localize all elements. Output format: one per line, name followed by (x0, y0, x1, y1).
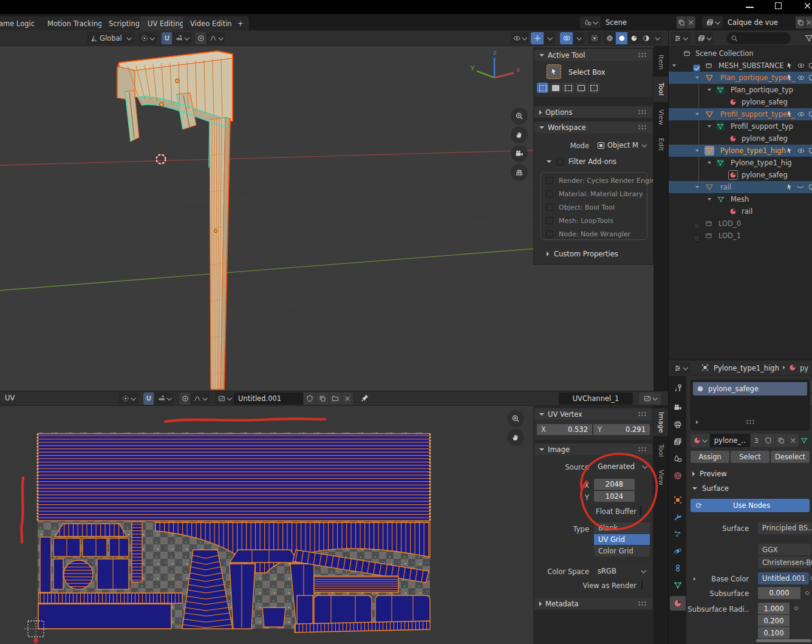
panel-drag-dots[interactable] (638, 601, 647, 606)
addon-row[interactable]: Mesh: LoopTools (541, 214, 647, 227)
tab-tool-properties[interactable] (670, 381, 686, 396)
panel-metadata-header[interactable]: Metadata (534, 598, 652, 609)
panel-workspace-header[interactable]: Workspace (534, 122, 652, 133)
overlays-toggle[interactable] (560, 32, 573, 44)
material-users-button[interactable]: 3 (751, 434, 762, 447)
assign-button[interactable]: Assign (691, 451, 729, 463)
panel-surface-header[interactable]: Surface (692, 484, 729, 493)
select-button[interactable]: Select (731, 451, 769, 463)
pivot-point-dropdown[interactable] (138, 32, 157, 44)
panel-custom-properties-header[interactable]: Custom Properties (547, 250, 618, 258)
image-pin-button[interactable] (361, 394, 369, 404)
tab-modifier-properties[interactable] (670, 510, 686, 524)
outliner-display-mode-dropdown[interactable] (670, 32, 691, 44)
tab-physics-properties[interactable] (670, 544, 686, 558)
outliner-row-profil-support[interactable]: Profil_support_type1_ (669, 108, 812, 120)
tab-tool[interactable]: Tool (653, 439, 668, 463)
outliner-row-scene-collection[interactable]: Scene Collection (669, 47, 812, 60)
outliner-row-material-active[interactable]: pylone_safeg (669, 169, 812, 181)
base-color-field[interactable]: Untitled.001 (758, 572, 809, 584)
outliner-row-pylone-mesh[interactable]: Pylone_type1_hig (669, 157, 812, 169)
select-mode-extend[interactable] (550, 83, 561, 93)
breadcrumb-object[interactable]: Pylone_type1_high (714, 364, 779, 372)
sss-method-dropdown[interactable]: Christensen-Bu.. (758, 557, 811, 568)
addon-checkbox[interactable] (546, 230, 553, 238)
outliner-row-plan-portique[interactable]: Plan_portique_type1_ (669, 72, 812, 84)
shading-dropdown[interactable] (652, 32, 662, 44)
screen-icon[interactable] (808, 74, 812, 81)
xray-toggle[interactable] (588, 32, 601, 44)
use-nodes-button[interactable]: Use Nodes (691, 499, 810, 512)
add-workspace-button[interactable]: + (232, 16, 249, 30)
eye-icon[interactable] (797, 74, 805, 81)
shading-wireframe-button[interactable] (604, 32, 615, 44)
outliner-row-material[interactable]: pylone_safeg (669, 132, 812, 145)
surface-shader-dropdown[interactable]: Principled BS.. (758, 522, 811, 534)
type-uv-grid-button[interactable]: UV Grid (594, 534, 650, 545)
disclosure-triangle-icon[interactable] (695, 186, 699, 188)
filter-addons-row[interactable]: Filter Add-ons (547, 157, 616, 166)
breadcrumb-material[interactable]: py (800, 364, 808, 372)
image-fake-user-button[interactable] (304, 392, 316, 405)
radius-field-b[interactable]: 0.100 (758, 627, 790, 639)
material-name-field[interactable]: pylone_.. (710, 434, 750, 447)
subsurface-field[interactable]: 0.000 (758, 587, 800, 599)
uv-menu[interactable]: UV (5, 394, 15, 402)
disclosure-triangle-icon[interactable] (695, 77, 699, 79)
disclosure-triangle-icon[interactable] (708, 198, 711, 200)
eye-icon[interactable] (797, 111, 805, 118)
tab-motion-tracking[interactable]: Motion Tracking (40, 16, 110, 30)
mode-dropdown[interactable]: Object M.. (594, 139, 649, 151)
scene-name-field[interactable]: Scene (601, 16, 676, 29)
gizmo-dropdown[interactable] (544, 32, 555, 44)
tab-edit[interactable]: Edit (653, 132, 668, 157)
show-object-types-dropdown[interactable] (510, 32, 528, 44)
addon-checkbox[interactable] (546, 177, 553, 184)
tab-output-properties[interactable] (670, 417, 686, 432)
distribution-dropdown[interactable]: GGX (758, 544, 811, 555)
size-y-field[interactable]: 1024 (594, 491, 635, 502)
screen-icon[interactable] (808, 147, 812, 154)
eye-icon[interactable] (797, 62, 805, 69)
panel-drag-dots[interactable] (638, 125, 647, 130)
uv-falloff-dropdown[interactable] (191, 392, 210, 405)
properties-editor-type-button[interactable] (670, 362, 691, 374)
addon-row[interactable]: Material: Material Library (541, 187, 647, 200)
filter-addons-checkbox[interactable] (556, 158, 564, 165)
proportional-falloff-dropdown[interactable] (206, 32, 225, 44)
disclosure-triangle-icon[interactable] (708, 125, 711, 128)
uv-channel-icon-dropdown[interactable] (639, 392, 661, 405)
panel-uv-vertex-header[interactable]: UV Vertex (534, 408, 652, 420)
tab-tool[interactable]: Tool (653, 77, 668, 102)
uv-snap-toggle[interactable] (143, 392, 154, 405)
selectable-pointer-icon[interactable] (786, 147, 793, 154)
uv-pivot-dropdown[interactable] (119, 392, 138, 405)
uv-proportional-toggle[interactable] (180, 392, 190, 405)
tab-scene-properties[interactable] (670, 451, 686, 466)
outliner-row-rail-material[interactable]: rail (669, 205, 812, 218)
selectable-pointer-icon[interactable] (786, 62, 793, 69)
disclosure-triangle-icon[interactable] (708, 89, 711, 91)
snap-toggle[interactable] (162, 32, 172, 44)
collection-checkbox[interactable] (693, 222, 700, 230)
radius-field-r[interactable]: 1.000 (758, 603, 790, 614)
transform-orientation-dropdown[interactable]: Global (87, 32, 134, 44)
panel-drag-dots[interactable] (638, 109, 647, 115)
snap-settings-dropdown[interactable] (172, 32, 191, 44)
tab-item[interactable]: Item (653, 50, 668, 75)
radius-field-g[interactable]: 0.200 (758, 615, 790, 626)
panel-drag-dots[interactable] (638, 411, 647, 417)
tab-constraint-properties[interactable] (670, 561, 686, 575)
horizontal-scrollbar[interactable] (756, 639, 811, 642)
panel-drag-dots[interactable] (638, 52, 647, 58)
disclosure-triangle-icon[interactable] (695, 113, 699, 115)
selectable-pointer-icon[interactable] (786, 183, 793, 191)
minimize-button[interactable] (746, 7, 754, 8)
tab-world-properties[interactable] (670, 468, 686, 483)
animate-dot[interactable] (805, 591, 809, 595)
select-mode-subtract[interactable] (562, 83, 574, 93)
source-dropdown[interactable]: Generated (594, 461, 650, 473)
maximize-button[interactable] (775, 2, 782, 9)
outliner-filter-button[interactable] (805, 34, 812, 44)
outliner-row-lod1[interactable]: LOD_1 (669, 230, 812, 242)
